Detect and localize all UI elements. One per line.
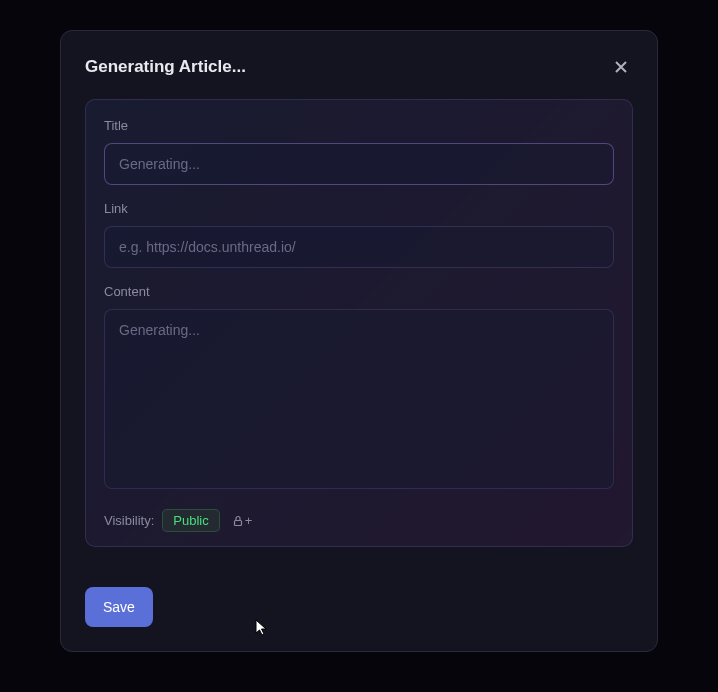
visibility-add-label: + bbox=[245, 513, 253, 528]
save-button[interactable]: Save bbox=[85, 587, 153, 627]
svg-rect-0 bbox=[234, 520, 241, 525]
link-input[interactable] bbox=[104, 226, 614, 268]
lock-icon bbox=[232, 515, 244, 527]
generate-article-modal: Generating Article... Title Link Content… bbox=[60, 30, 658, 652]
modal-title: Generating Article... bbox=[85, 57, 246, 77]
content-textarea[interactable] bbox=[104, 309, 614, 489]
close-button[interactable] bbox=[609, 55, 633, 79]
close-icon bbox=[613, 59, 629, 75]
form-panel: Title Link Content Visibility: Public + bbox=[85, 99, 633, 547]
visibility-label: Visibility: bbox=[104, 513, 154, 528]
link-label: Link bbox=[104, 201, 614, 216]
visibility-row: Visibility: Public + bbox=[104, 509, 614, 532]
visibility-badge[interactable]: Public bbox=[162, 509, 219, 532]
modal-header: Generating Article... bbox=[85, 55, 633, 79]
title-label: Title bbox=[104, 118, 614, 133]
title-input[interactable] bbox=[104, 143, 614, 185]
content-label: Content bbox=[104, 284, 614, 299]
visibility-add-button[interactable]: + bbox=[228, 511, 257, 530]
